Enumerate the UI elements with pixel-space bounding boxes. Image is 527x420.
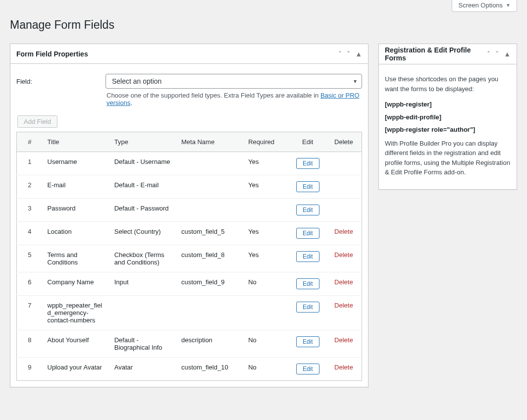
row-number: 1 bbox=[17, 152, 43, 175]
col-header-type: Type bbox=[109, 132, 176, 152]
delete-link[interactable]: Delete bbox=[334, 228, 353, 235]
row-title: Password bbox=[43, 199, 109, 222]
row-edit-cell: Edit bbox=[290, 222, 326, 245]
edit-button[interactable]: Edit bbox=[296, 181, 319, 192]
collapse-toggle-icon[interactable]: ▲ bbox=[504, 51, 511, 57]
row-number: 2 bbox=[17, 175, 43, 199]
row-number: 8 bbox=[17, 330, 43, 358]
row-type: Default - Biographical Info bbox=[109, 330, 176, 358]
form-field-properties-panel: Form Field Properties ˄ ˅ ▲ Field: Selec… bbox=[10, 44, 369, 387]
row-title: Upload your Avatar bbox=[43, 358, 109, 381]
row-delete-cell bbox=[326, 175, 362, 199]
shortcode-item: [wppb-edit-profile] bbox=[385, 112, 511, 122]
add-field-button[interactable]: Add Field bbox=[17, 115, 57, 128]
row-required bbox=[243, 199, 290, 222]
chevron-down-icon[interactable]: ˅ bbox=[495, 51, 499, 57]
edit-button[interactable]: Edit bbox=[296, 336, 319, 347]
table-row: 6Company NameInputcustom_field_9NoEditDe… bbox=[17, 272, 362, 296]
row-number: 6 bbox=[17, 272, 43, 296]
delete-link[interactable]: Delete bbox=[334, 364, 353, 371]
row-type: Input bbox=[109, 272, 176, 296]
row-title: Location bbox=[43, 222, 109, 245]
edit-button[interactable]: Edit bbox=[296, 302, 319, 313]
col-header-edit: Edit bbox=[290, 132, 326, 152]
row-edit-cell: Edit bbox=[290, 358, 326, 381]
chevron-up-icon[interactable]: ˄ bbox=[487, 51, 490, 57]
row-delete-cell bbox=[326, 199, 362, 222]
row-type: Select (Country) bbox=[109, 222, 176, 245]
delete-link[interactable]: Delete bbox=[334, 302, 353, 309]
col-header-required: Required bbox=[243, 132, 290, 152]
row-number: 9 bbox=[17, 358, 43, 381]
row-meta: custom_field_10 bbox=[176, 358, 243, 381]
row-required: Yes bbox=[243, 245, 290, 272]
edit-button[interactable]: Edit bbox=[296, 228, 319, 239]
row-meta bbox=[176, 296, 243, 330]
field-type-label: Field: bbox=[16, 74, 96, 85]
edit-button[interactable]: Edit bbox=[296, 364, 319, 374]
row-number: 3 bbox=[17, 199, 43, 222]
row-title: Terms and Conditions bbox=[43, 245, 109, 272]
panel-header: Form Field Properties ˄ ˅ ▲ bbox=[10, 44, 368, 64]
field-type-select[interactable]: Select an option ▾ bbox=[105, 74, 362, 89]
row-type: Default - E-mail bbox=[109, 175, 176, 199]
row-required: Yes bbox=[243, 175, 290, 199]
row-required: No bbox=[243, 358, 290, 381]
fields-table: # Title Type Meta Name Required Edit Del… bbox=[16, 132, 362, 381]
shortcode-item: [wppb-register role="author"] bbox=[385, 125, 511, 135]
table-row: 2E-mailDefault - E-mailYesEdit bbox=[17, 175, 362, 199]
row-type: Avatar bbox=[109, 358, 176, 381]
row-required: No bbox=[243, 272, 290, 296]
row-meta: custom_field_5 bbox=[176, 222, 243, 245]
row-title: wppb_repeater_field_emergency-contact-nu… bbox=[43, 296, 109, 330]
row-edit-cell: Edit bbox=[290, 296, 326, 330]
chevron-down-icon[interactable]: ˅ bbox=[347, 51, 350, 57]
row-number: 4 bbox=[17, 222, 43, 245]
table-row: 3PasswordDefault - PasswordEdit bbox=[17, 199, 362, 222]
edit-button[interactable]: Edit bbox=[296, 251, 319, 262]
col-header-delete: Delete bbox=[326, 132, 362, 152]
shortcodes-intro: Use these shortcodes on the pages you wa… bbox=[385, 74, 511, 94]
row-delete-cell: Delete bbox=[326, 296, 362, 330]
shortcode-item: [wppb-register] bbox=[385, 100, 511, 109]
shortcodes-outro: With Profile Builder Pro you can display… bbox=[385, 139, 511, 177]
delete-link[interactable]: Delete bbox=[334, 336, 353, 344]
row-edit-cell: Edit bbox=[290, 272, 326, 296]
chevron-up-icon[interactable]: ˄ bbox=[338, 51, 342, 57]
col-header-meta: Meta Name bbox=[176, 132, 243, 152]
col-header-num: # bbox=[17, 132, 43, 152]
registration-profile-panel: Registration & Edit Profile Forms ˄ ˅ ▲ … bbox=[378, 44, 517, 190]
row-type: Default - Username bbox=[109, 152, 176, 175]
row-meta bbox=[176, 199, 243, 222]
collapse-toggle-icon[interactable]: ▲ bbox=[355, 51, 362, 57]
row-edit-cell: Edit bbox=[290, 330, 326, 358]
row-required bbox=[243, 296, 290, 330]
row-meta bbox=[176, 152, 243, 175]
row-number: 7 bbox=[17, 296, 43, 330]
row-meta bbox=[176, 175, 243, 199]
field-type-description: Choose one of the supported field types.… bbox=[106, 92, 361, 106]
row-type bbox=[109, 296, 176, 330]
table-row: 7wppb_repeater_field_emergency-contact-n… bbox=[17, 296, 362, 330]
edit-button[interactable]: Edit bbox=[296, 205, 319, 215]
panel-title: Form Field Properties bbox=[16, 48, 88, 60]
edit-button[interactable]: Edit bbox=[296, 158, 319, 169]
row-title: E-mail bbox=[43, 175, 109, 199]
row-edit-cell: Edit bbox=[290, 175, 326, 199]
screen-options-label: Screen Options bbox=[458, 1, 503, 9]
row-title: Company Name bbox=[43, 272, 109, 296]
table-row: 5Terms and ConditionsCheckbox (Terms and… bbox=[17, 245, 362, 272]
row-title: About Yourself bbox=[43, 330, 109, 358]
row-edit-cell: Edit bbox=[290, 152, 326, 175]
screen-options-toggle[interactable]: Screen Options ▼ bbox=[452, 0, 517, 12]
row-type: Default - Password bbox=[109, 199, 176, 222]
page-title: Manage Form Fields bbox=[10, 14, 517, 34]
delete-link[interactable]: Delete bbox=[334, 251, 353, 259]
row-meta: description bbox=[176, 330, 243, 358]
edit-button[interactable]: Edit bbox=[296, 278, 319, 289]
row-required: Yes bbox=[243, 222, 290, 245]
row-meta: custom_field_8 bbox=[176, 245, 243, 272]
row-delete-cell bbox=[326, 152, 362, 175]
delete-link[interactable]: Delete bbox=[334, 278, 353, 286]
chevron-down-icon: ▼ bbox=[506, 2, 511, 8]
